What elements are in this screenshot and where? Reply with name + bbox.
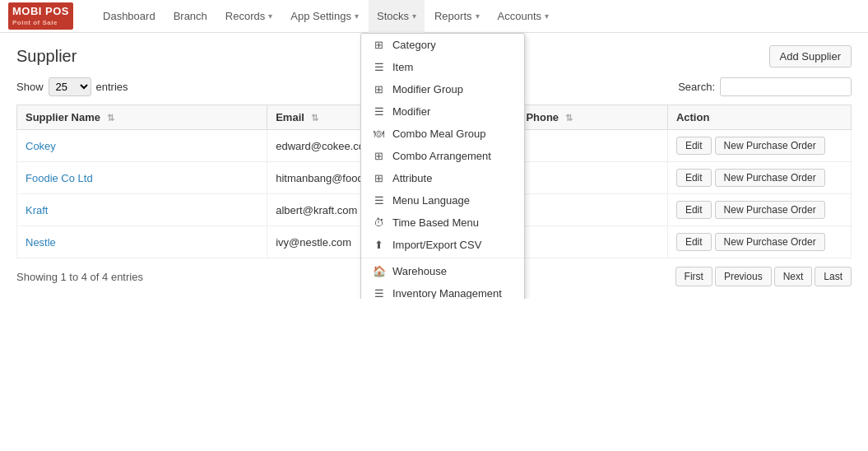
category-icon: ⊞ xyxy=(373,39,386,51)
entries-label: entries xyxy=(96,81,128,93)
stocks-menu-modifier-group[interactable]: ⊞ Modifier Group xyxy=(361,78,524,100)
brand-subtitle: Point of Sale xyxy=(12,19,69,27)
stocks-menu-warehouse[interactable]: 🏠 Warehouse xyxy=(361,260,524,282)
stocks-menu-time-based-menu[interactable]: ⏱ Time Based Menu xyxy=(361,212,524,234)
page-title: Supplier xyxy=(16,47,77,66)
action-buttons: Edit New Purchase Order xyxy=(676,233,842,251)
stocks-menu-import-export[interactable]: ⬆ Import/Export CSV xyxy=(361,234,524,256)
col-header-name: Supplier Name ⇅ xyxy=(17,105,267,130)
stocks-caret-icon: ▾ xyxy=(412,12,416,21)
supplier-name-link[interactable]: Nestle xyxy=(26,236,56,249)
menu-lang-icon: ☰ xyxy=(373,194,386,207)
supplier-name-cell: Nestle xyxy=(17,226,267,258)
stocks-menu-combo-meal-group[interactable]: 🍽 Combo Meal Group xyxy=(361,123,524,145)
import-export-icon: ⬆ xyxy=(373,239,386,251)
new-purchase-order-button[interactable]: New Purchase Order xyxy=(715,201,825,219)
pagination-info: Showing 1 to 4 of 4 entries xyxy=(16,271,143,283)
reports-caret-icon: ▾ xyxy=(476,12,480,21)
stocks-menu-combo-arrangement[interactable]: ⊞ Combo Arrangement xyxy=(361,145,524,167)
nav-stocks[interactable]: Stocks ▾ ⊞ Category ☰ Item ⊞ Modifier Gr… xyxy=(369,0,425,33)
stocks-menu-modifier[interactable]: ☰ Modifier xyxy=(361,100,524,123)
action-buttons: Edit New Purchase Order xyxy=(676,201,842,219)
nav-reports[interactable]: Reports ▾ xyxy=(426,0,488,33)
stocks-menu-menu-language[interactable]: ☰ Menu Language xyxy=(361,189,524,212)
sort-phone-icon[interactable]: ⇅ xyxy=(565,113,573,123)
combo-arr-icon: ⊞ xyxy=(373,150,386,162)
page-next-button[interactable]: Next xyxy=(774,267,813,286)
show-entries: Show 25 10 50 100 entries xyxy=(16,77,128,96)
show-label: Show xyxy=(16,81,44,93)
entries-select[interactable]: 25 10 50 100 xyxy=(49,77,91,96)
edit-button[interactable]: Edit xyxy=(676,233,712,251)
supplier-name-link[interactable]: Cokey xyxy=(26,140,56,152)
navbar: MOBI POS Point of Sale Dashboard Branch … xyxy=(0,0,868,33)
app-settings-caret-icon: ▾ xyxy=(355,12,359,21)
supplier-name-cell: Kraft xyxy=(17,194,267,226)
nav-items: Dashboard Branch Records ▾ App Settings … xyxy=(95,0,860,33)
sort-name-icon[interactable]: ⇅ xyxy=(107,113,114,123)
add-supplier-button[interactable]: Add Supplier xyxy=(769,45,852,67)
supplier-action-cell: Edit New Purchase Order xyxy=(667,162,851,194)
supplier-name-link[interactable]: Foodie Co Ltd xyxy=(26,172,93,184)
accounts-caret-icon: ▾ xyxy=(545,12,549,21)
brand-name: MOBI POS xyxy=(12,5,69,19)
supplier-action-cell: Edit New Purchase Order xyxy=(667,130,851,162)
page-first-button[interactable]: First xyxy=(675,267,713,286)
nav-app-settings[interactable]: App Settings ▾ xyxy=(282,0,367,33)
supplier-phone-cell xyxy=(518,162,668,194)
page-previous-button[interactable]: Previous xyxy=(715,267,772,286)
sort-email-icon[interactable]: ⇅ xyxy=(311,113,318,123)
stocks-menu-inventory-management[interactable]: ☰ Inventory Management xyxy=(361,282,524,300)
modifier-icon: ☰ xyxy=(373,105,386,118)
nav-accounts[interactable]: Accounts ▾ xyxy=(490,0,557,33)
stocks-menu-attribute[interactable]: ⊞ Attribute xyxy=(361,167,524,189)
records-caret-icon: ▾ xyxy=(268,12,272,21)
supplier-phone-cell xyxy=(518,130,668,162)
action-buttons: Edit New Purchase Order xyxy=(676,169,842,187)
brand-icon: MOBI POS Point of Sale xyxy=(8,2,73,30)
edit-button[interactable]: Edit xyxy=(676,201,712,219)
supplier-action-cell: Edit New Purchase Order xyxy=(667,226,851,258)
new-purchase-order-button[interactable]: New Purchase Order xyxy=(715,137,825,155)
pagination-buttons: First Previous Next Last xyxy=(675,267,852,286)
search-label: Search: xyxy=(678,81,715,93)
supplier-action-cell: Edit New Purchase Order xyxy=(667,194,851,226)
modifier-group-icon: ⊞ xyxy=(373,83,386,95)
supplier-name-cell: Foodie Co Ltd xyxy=(17,162,267,194)
supplier-phone-cell xyxy=(518,194,668,226)
stocks-dropdown: ⊞ Category ☰ Item ⊞ Modifier Group ☰ Mod… xyxy=(360,33,525,300)
col-header-action: Action xyxy=(667,105,851,130)
edit-button[interactable]: Edit xyxy=(676,169,712,187)
supplier-name-cell: Cokey xyxy=(17,130,267,162)
search-input[interactable] xyxy=(720,77,852,96)
combo-meal-icon: 🍽 xyxy=(373,128,386,140)
brand-logo[interactable]: MOBI POS Point of Sale xyxy=(8,2,78,30)
nav-records[interactable]: Records ▾ xyxy=(217,0,281,33)
edit-button[interactable]: Edit xyxy=(676,137,712,155)
page-last-button[interactable]: Last xyxy=(815,267,852,286)
time-menu-icon: ⏱ xyxy=(373,216,386,229)
stocks-menu-item[interactable]: ☰ Item xyxy=(361,56,524,78)
stocks-menu-category[interactable]: ⊞ Category xyxy=(361,34,524,56)
supplier-phone-cell xyxy=(518,226,668,258)
inventory-icon: ☰ xyxy=(373,287,386,300)
attribute-icon: ⊞ xyxy=(373,172,386,184)
new-purchase-order-button[interactable]: New Purchase Order xyxy=(715,233,825,251)
warehouse-icon: 🏠 xyxy=(373,265,386,277)
new-purchase-order-button[interactable]: New Purchase Order xyxy=(715,169,825,187)
action-buttons: Edit New Purchase Order xyxy=(676,137,842,155)
nav-dashboard[interactable]: Dashboard xyxy=(95,0,164,33)
supplier-name-link[interactable]: Kraft xyxy=(26,204,48,216)
col-header-phone: Phone ⇅ xyxy=(518,105,668,130)
search-box: Search: xyxy=(678,77,852,96)
item-icon: ☰ xyxy=(373,61,386,73)
nav-branch[interactable]: Branch xyxy=(165,0,216,33)
